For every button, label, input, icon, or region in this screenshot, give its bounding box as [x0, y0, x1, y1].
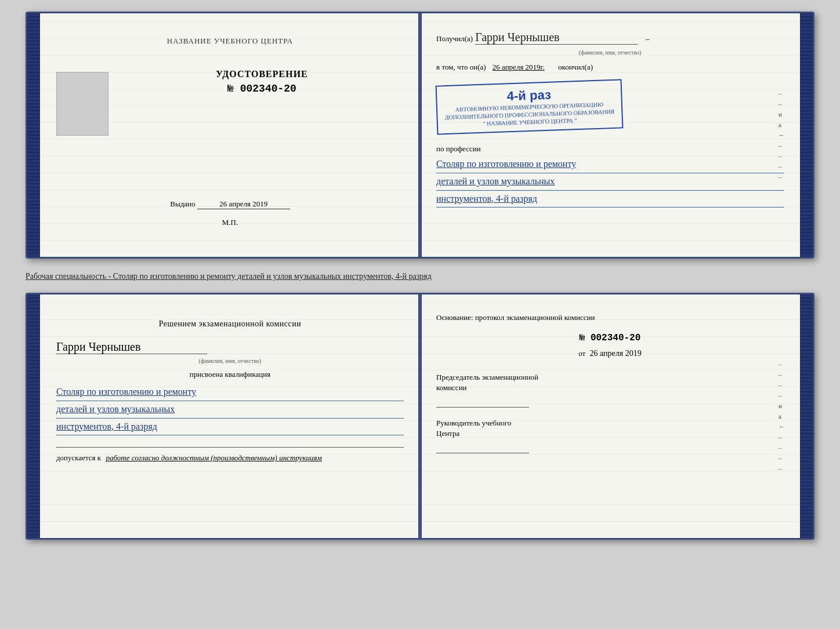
- mp-label: М.П.: [56, 218, 404, 227]
- received-line: Получил(а) Гарри Чернышев –: [436, 31, 784, 45]
- vtom-line: в том, что он(а) 26 апреля 2019г. окончи…: [436, 63, 784, 72]
- okoncil: окончил(а): [558, 63, 593, 71]
- issued-label: Выдано: [170, 199, 195, 208]
- basis-text: Основание: протокол экзаменационной коми…: [436, 312, 784, 323]
- profession-line1: Столяр по изготовлению и ремонту деталей…: [436, 156, 784, 208]
- cert-issued-container: Выдано 26 апреля 2019: [56, 199, 404, 209]
- page-left-2: Решением экзаменационной комиссии Гарри …: [40, 294, 420, 538]
- issued-date: 26 апреля 2019: [197, 199, 290, 209]
- side-letters-1: – – и а ← – – – –: [779, 90, 785, 180]
- dash1: –: [646, 34, 650, 43]
- protocol-number: № 002340-20: [436, 333, 784, 343]
- vtom-prefix: в том, что он(а): [436, 63, 486, 71]
- side-letters-2: – – – – и а ← – – – –: [779, 361, 785, 472]
- recipient-name: Гарри Чернышев: [475, 31, 638, 45]
- chairman-line2: комиссии: [436, 383, 467, 392]
- book-right-cover-2: [800, 294, 813, 538]
- head-line2: Центра: [436, 429, 459, 438]
- institution-name: НАЗВАНИЕ УЧЕБНОГО ЦЕНТРА: [56, 37, 404, 46]
- cert-photo-placeholder: [56, 72, 108, 136]
- assigned-text: присвоена квалификация: [56, 370, 404, 379]
- allowed-text: допускается к работе согласно должностны…: [56, 453, 404, 463]
- protocol-date-prefix: от: [578, 349, 585, 358]
- vtom-date: 26 апреля 2019г.: [493, 63, 545, 71]
- allowed-prefix: допускается к: [56, 453, 101, 462]
- head-title: Руководитель учебного Центра: [436, 418, 784, 439]
- po-professii: по профессии: [436, 144, 784, 154]
- caption-text: Рабочая специальность - Столяр по изгото…: [26, 270, 814, 282]
- protocol-date: 26 апреля 2019: [590, 349, 642, 358]
- protocol-date-line: от 26 апреля 2019: [436, 349, 784, 358]
- book-left-cover: [27, 13, 40, 257]
- allowed-italic: работе согласно должностным (производств…: [106, 453, 321, 462]
- received-prefix: Получил(а): [436, 34, 473, 43]
- head-signature-line: [436, 442, 529, 453]
- qualification-text: Столяр по изготовлению и ремонту деталей…: [56, 384, 404, 435]
- page-left-1: НАЗВАНИЕ УЧЕБНОГО ЦЕНТРА УДОСТОВЕРЕНИЕ №…: [40, 13, 420, 257]
- head-line1: Руководитель учебного: [436, 419, 511, 427]
- page-right-2: Основание: протокол экзаменационной коми…: [420, 294, 800, 538]
- person-name: Гарри Чернышев: [56, 340, 207, 354]
- document-book-2: Решением экзаменационной комиссии Гарри …: [26, 293, 814, 540]
- chairman-signature-line: [436, 396, 529, 408]
- fio-label-1: (фамилия, имя, отчество): [436, 49, 784, 56]
- page-right-1: Получил(а) Гарри Чернышев – (фамилия, им…: [420, 13, 800, 257]
- cert-body: УДОСТОВЕРЕНИЕ № 002340-20: [56, 69, 404, 136]
- chairman-title: Председатель экзаменационной комиссии: [436, 372, 784, 393]
- institution-name-container: НАЗВАНИЕ УЧЕБНОГО ЦЕНТРА: [56, 37, 404, 46]
- person-name-container: Гарри Чернышев: [56, 340, 404, 357]
- document-book-1: НАЗВАНИЕ УЧЕБНОГО ЦЕНТРА УДОСТОВЕРЕНИЕ №…: [26, 12, 814, 259]
- section-title: Решением экзаменационной комиссии: [56, 318, 404, 330]
- stamp-box: 4-й раз АВТОНОМНУЮ НЕКОММЕРЧЕСКУЮ ОРГАНИ…: [436, 79, 624, 134]
- fio-label-2: (фамилия, имя, отчество): [56, 358, 404, 364]
- chairman-line1: Председатель экзаменационной: [436, 373, 538, 381]
- book-right-cover: [800, 13, 813, 257]
- separator-line: [56, 447, 404, 448]
- stamp-container: 4-й раз АВТОНОМНУЮ НЕКОММЕРЧЕСКУЮ ОРГАНИ…: [436, 78, 784, 136]
- book-left-cover-2: [27, 294, 40, 538]
